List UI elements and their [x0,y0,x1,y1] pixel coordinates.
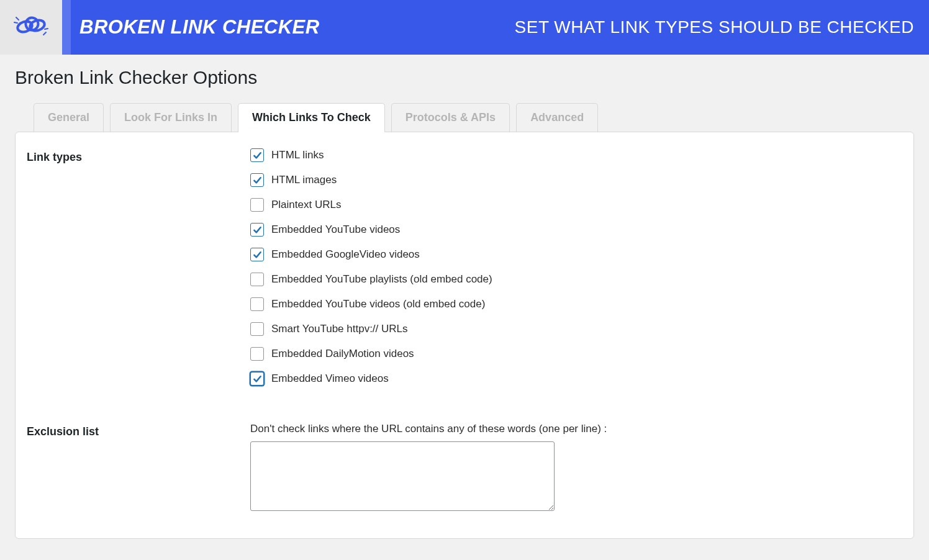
tab-general[interactable]: General [34,103,104,132]
tab-label: General [48,111,89,124]
checkbox-label[interactable]: Embedded GoogleVideo videos [271,248,420,261]
svg-line-2 [16,17,19,20]
tab-advanced[interactable]: Advanced [516,103,598,132]
checkbox[interactable] [250,273,264,286]
tab-protocols-apis[interactable]: Protocols & APIs [391,103,510,132]
checkbox-line: Embedded Vimeo videos [250,372,902,386]
checkbox-label[interactable]: Embedded Vimeo videos [271,373,389,385]
checkbox-label[interactable]: Embedded YouTube videos (old embed code) [271,298,485,310]
checkbox-line: Embedded YouTube videos [250,223,902,237]
checkbox-label[interactable]: HTML links [271,149,324,161]
checkbox-line: Embedded YouTube playlists (old embed co… [250,273,902,286]
tab-label: Look For Links In [124,111,217,124]
checkbox-label[interactable]: Smart YouTube httpv:// URLs [271,323,408,335]
checkbox[interactable] [250,372,264,386]
link-types-row: Link types HTML linksHTML imagesPlaintex… [27,148,902,386]
checkbox-line: Embedded GoogleVideo videos [250,248,902,261]
header-content: BROKEN LINK CHECKER SET WHAT LINK TYPES … [71,0,929,55]
checkbox[interactable] [250,148,264,162]
checkbox-label[interactable]: Plaintext URLs [271,199,341,211]
checkbox-label[interactable]: HTML images [271,174,337,186]
exclusion-textarea[interactable] [250,441,555,511]
accent-stripe [62,0,71,55]
header-subtitle: SET WHAT LINK TYPES SHOULD BE CHECKED [515,17,914,37]
exclusion-label: Exclusion list [27,423,250,438]
checkbox[interactable] [250,297,264,311]
exclusion-description: Don't check links where the URL contains… [250,423,902,435]
tabs-row: GeneralLook For Links InWhich Links To C… [15,103,914,132]
checkbox-line: HTML images [250,173,902,187]
tab-label: Protocols & APIs [406,111,496,124]
chain-link-icon [11,14,51,41]
checkbox[interactable] [250,223,264,237]
app-title: BROKEN LINK CHECKER [79,16,320,38]
checkbox-label[interactable]: Embedded YouTube videos [271,224,400,236]
checkbox-line: Smart YouTube httpv:// URLs [250,322,902,336]
header-bar: BROKEN LINK CHECKER SET WHAT LINK TYPES … [0,0,929,55]
exclusion-content: Don't check links where the URL contains… [250,423,902,513]
checkbox[interactable] [250,198,264,212]
svg-line-3 [14,22,17,23]
checkbox[interactable] [250,173,264,187]
tab-look-for-links-in[interactable]: Look For Links In [110,103,232,132]
page-container: Broken Link Checker Options GeneralLook … [0,55,929,551]
checkbox-label[interactable]: Embedded YouTube playlists (old embed co… [271,273,492,286]
checkbox[interactable] [250,248,264,261]
checkbox-line: Embedded YouTube videos (old embed code) [250,297,902,311]
checkbox-label[interactable]: Embedded DailyMotion videos [271,348,414,360]
link-types-content: HTML linksHTML imagesPlaintext URLsEmbed… [250,148,902,386]
svg-line-5 [45,29,48,29]
checkbox-line: HTML links [250,148,902,162]
checkbox-line: Embedded DailyMotion videos [250,347,902,361]
checkbox[interactable] [250,322,264,336]
link-types-label: Link types [27,148,250,164]
page-title: Broken Link Checker Options [15,67,914,88]
checkbox[interactable] [250,347,264,361]
logo-cell [0,0,62,55]
exclusion-row: Exclusion list Don't check links where t… [27,423,902,513]
tab-which-links-to-check[interactable]: Which Links To Check [238,103,385,132]
options-panel: Link types HTML linksHTML imagesPlaintex… [15,132,914,539]
tab-label: Advanced [530,111,584,124]
svg-line-4 [43,32,46,35]
checkbox-line: Plaintext URLs [250,198,902,212]
tab-label: Which Links To Check [252,111,371,124]
